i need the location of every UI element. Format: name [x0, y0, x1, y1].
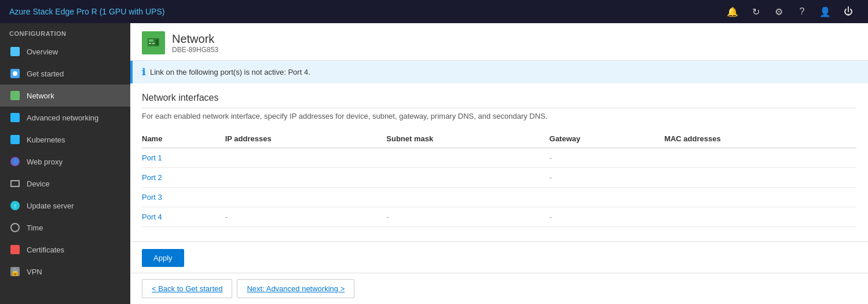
- sidebar-label-web-proxy: Web proxy: [27, 158, 63, 166]
- table-row: Port 3: [142, 188, 856, 207]
- sidebar-item-network[interactable]: Network: [0, 85, 130, 107]
- sidebar-label-vpn: VPN: [27, 268, 42, 276]
- section-title: Network interfaces: [142, 93, 856, 108]
- back-button[interactable]: < Back to Get started: [142, 279, 232, 298]
- next-button-label: Next: Advanced networking >: [247, 284, 345, 293]
- section-desc: For each enabled network interface, spec…: [142, 112, 856, 120]
- sidebar-item-certificates[interactable]: Certificates: [0, 239, 130, 261]
- port-gateway-3: -: [550, 207, 664, 227]
- port-ip-0: [225, 148, 387, 168]
- page-subtitle: DBE-89HG853: [172, 46, 218, 54]
- sidebar-label-overview: Overview: [27, 47, 58, 56]
- page-device-icon: [142, 31, 165, 54]
- port-mac-1: [664, 168, 856, 188]
- sidebar-item-vpn[interactable]: 🔒 VPN: [0, 261, 130, 283]
- cert-icon: [9, 244, 21, 255]
- page-title: Network: [172, 32, 218, 46]
- settings-icon[interactable]: ⚙: [768, 1, 789, 22]
- page-header: Network DBE-89HG853: [130, 23, 868, 61]
- port-ip-1: [225, 168, 387, 188]
- network-table: Name IP addresses Subnet mask Gateway MA…: [142, 130, 856, 227]
- sidebar-item-kubernetes[interactable]: Kubernetes: [0, 129, 130, 151]
- page-header-text: Network DBE-89HG853: [172, 32, 218, 54]
- info-message: Link on the following port(s) is not act…: [150, 68, 310, 76]
- webproxy-icon: 🌐: [9, 156, 21, 167]
- col-header-gateway: Gateway: [550, 130, 664, 148]
- layout: CONFIGURATION Overview Get started Netwo…: [0, 23, 868, 304]
- back-button-label: < Back to Get started: [152, 284, 222, 293]
- table-row: Port 2 -: [142, 168, 856, 188]
- sidebar-item-time[interactable]: Time: [0, 217, 130, 239]
- adv-network-icon: [9, 112, 21, 123]
- sidebar-label-advanced-networking: Advanced networking: [27, 113, 98, 122]
- sidebar-item-overview[interactable]: Overview: [0, 41, 130, 63]
- main-content: Network DBE-89HG853 ℹ Link on the follow…: [130, 23, 868, 304]
- port-ip-3: -: [225, 207, 387, 227]
- refresh-icon[interactable]: ↻: [745, 1, 766, 22]
- port-subnet-0: [386, 148, 549, 168]
- time-icon: [9, 222, 21, 233]
- overview-icon: [9, 46, 21, 57]
- port-subnet-3: -: [386, 207, 549, 227]
- sidebar-label-time: Time: [27, 224, 43, 232]
- next-button[interactable]: Next: Advanced networking >: [237, 279, 354, 298]
- get-started-icon: [9, 68, 21, 79]
- help-icon[interactable]: ?: [792, 1, 812, 22]
- port-subnet-2: [386, 188, 549, 207]
- port-link-1[interactable]: Port 2: [142, 168, 225, 188]
- sidebar-item-advanced-networking[interactable]: Advanced networking: [0, 107, 130, 129]
- col-header-name: Name: [142, 130, 225, 148]
- table-row: Port 4 - - -: [142, 207, 856, 227]
- vpn-icon: 🔒: [9, 266, 21, 277]
- sidebar-section-label: CONFIGURATION: [0, 23, 130, 41]
- port-mac-0: [664, 148, 856, 168]
- device-icon: [9, 178, 21, 189]
- svg-rect-3: [149, 43, 151, 44]
- col-header-subnet: Subnet mask: [386, 130, 549, 148]
- port-link-2[interactable]: Port 3: [142, 188, 225, 207]
- port-link-3[interactable]: Port 4: [142, 207, 225, 227]
- port-gateway-0: -: [550, 148, 664, 168]
- svg-rect-4: [152, 43, 155, 44]
- sidebar-label-device: Device: [27, 180, 50, 188]
- kube-icon: [9, 134, 21, 145]
- port-ip-2: [225, 188, 387, 207]
- table-row: Port 1 -: [142, 148, 856, 168]
- port-gateway-1: -: [550, 168, 664, 188]
- topbar-icons: 🔔 ↻ ⚙ ? 👤 ⏻: [722, 1, 859, 22]
- sidebar-item-update-server[interactable]: ↑ Update server: [0, 195, 130, 217]
- port-subnet-1: [386, 168, 549, 188]
- info-icon: ℹ: [142, 67, 145, 78]
- network-icon: [9, 90, 21, 101]
- sidebar-item-web-proxy[interactable]: 🌐 Web proxy: [0, 151, 130, 173]
- col-header-ip: IP addresses: [225, 130, 387, 148]
- sidebar-label-kubernetes: Kubernetes: [27, 135, 65, 144]
- port-mac-3: [664, 207, 856, 227]
- update-icon: ↑: [9, 200, 21, 211]
- user-icon[interactable]: 👤: [815, 1, 836, 22]
- nav-row: < Back to Get started Next: Advanced net…: [130, 273, 868, 304]
- sidebar-item-device[interactable]: Device: [0, 173, 130, 195]
- sidebar-label-network: Network: [27, 91, 54, 100]
- power-icon[interactable]: ⏻: [838, 1, 859, 22]
- port-link-0[interactable]: Port 1: [142, 148, 225, 168]
- sidebar-item-get-started[interactable]: Get started: [0, 63, 130, 85]
- svg-rect-5: [156, 39, 158, 45]
- info-banner: ℹ Link on the following port(s) is not a…: [130, 61, 868, 83]
- app-title: Azure Stack Edge Pro R (1 GPU with UPS): [9, 7, 164, 16]
- sidebar-label-get-started: Get started: [27, 69, 64, 78]
- topbar: Azure Stack Edge Pro R (1 GPU with UPS) …: [0, 0, 868, 23]
- col-header-mac: MAC addresses: [664, 130, 856, 148]
- apply-button[interactable]: Apply: [142, 249, 184, 267]
- port-gateway-2: [550, 188, 664, 207]
- svg-rect-2: [149, 39, 153, 42]
- button-row: Apply: [130, 241, 868, 273]
- port-mac-2: [664, 188, 856, 207]
- content-area: Network interfaces For each enabled netw…: [130, 83, 868, 241]
- sidebar-label-update-server: Update server: [27, 202, 74, 210]
- bell-icon[interactable]: 🔔: [722, 1, 743, 22]
- sidebar: CONFIGURATION Overview Get started Netwo…: [0, 23, 130, 304]
- sidebar-label-certificates: Certificates: [27, 246, 64, 254]
